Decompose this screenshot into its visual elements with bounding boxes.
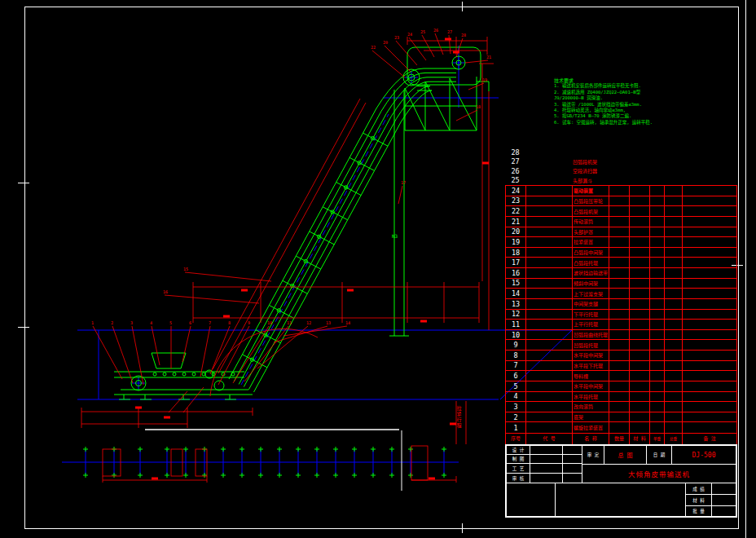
empty-cell [683,361,736,372]
empty-cell [650,196,665,207]
col-remark: 备 注 [683,432,736,444]
empty-cell [630,392,650,403]
callout-number: 16 [163,289,168,294]
table-row: 3改向滚筒 [506,402,736,412]
part-no: 3 [506,402,526,412]
table-row: 15倾斜中间架 [506,279,736,289]
empty-cell [526,289,573,299]
green-label-n3: N3 [392,233,398,239]
empty-cell [650,237,665,248]
part-no: 20 [506,227,526,238]
part-no: 16 [506,268,526,279]
col-unit-weight: 单重 [650,432,665,444]
white-lines [145,430,402,491]
technical-notes: 技术要求 1. 输送机安装后各部件运转应平稳无卡阻.2. 减速机选用 ZQ400… [554,77,692,126]
empty-cell [609,279,630,289]
empty-cell [630,402,650,412]
table-row: 19拉紧装置 [506,237,736,248]
empty-cell [683,351,736,361]
empty-cell [526,217,573,227]
part-name: 凸弧段压带轮 [573,196,609,207]
part-name: 水平段下托辊 [573,361,609,372]
part-no: 11 [506,320,526,330]
empty-cell [665,217,683,227]
empty-cell [526,381,573,392]
part-name: 导料槽 [573,371,609,381]
feed-hopper [152,353,186,368]
empty-cell [665,371,683,381]
table-row-upper: 28 [505,148,736,157]
empty-cell [665,310,683,320]
empty-cell [650,289,665,299]
callout-number: 19 [482,77,487,82]
part-name: 传动滚筒 [573,217,609,227]
empty-cell [630,340,650,351]
callout-number: 9 [248,320,250,325]
callout-number: 21 [486,55,491,60]
empty-cell [650,381,665,392]
callout-number: 2 [111,320,113,325]
empty-cell [526,268,573,279]
part-name: 水平段托辊 [573,392,609,403]
callout-number: 27 [447,29,452,34]
tb-right-cell [711,505,736,517]
callout-number: 4 [150,320,152,325]
table-row: 16波状挡边输送带 [506,268,736,279]
table-row: 11上平行托辊 [506,320,736,330]
callout-number: 15 [183,267,188,271]
empty-cell [650,392,665,403]
empty-cell [526,227,573,238]
empty-cell [609,299,630,310]
empty-cell [630,310,650,320]
empty-cell [683,371,736,381]
callout-number: 14 [345,320,350,325]
part-name: 凹弧段托辊 [573,340,609,351]
part-no: 4 [506,392,526,403]
table-row: 14上下过渡支架 [506,289,736,299]
part-no: 26 [505,167,525,175]
callout-number: 25 [420,29,425,34]
empty-cell [665,392,683,403]
empty-cell [526,402,573,412]
empty-cell [665,268,683,279]
empty-cell [609,258,630,268]
table-row: 21传动滚筒 [506,217,736,227]
empty-cell [650,361,665,372]
empty-cell [630,196,650,207]
part-no: 17 [506,258,526,268]
empty-cell [650,402,665,412]
col-qty: 数量 [609,432,630,444]
tb-stage-label: 总 图 [604,445,647,465]
tb-grade-label: 成 绩 [685,483,712,495]
empty-cell [665,340,683,351]
part-no: 14 [506,289,526,299]
callout-number: 24 [407,32,412,37]
empty-cell [683,310,736,320]
empty-cell [526,258,573,268]
bend-pulley-2 [214,381,224,390]
empty-cell [630,330,650,341]
table-row-upper: 25头部漏斗 [505,176,736,186]
empty-cell [665,330,683,341]
callout-number: 26 [433,28,438,33]
part-name: 改向滚筒 [573,402,609,412]
tb-org-cell [555,483,686,517]
part-no: 7 [506,361,526,372]
empty-cell [630,227,650,238]
part-no: 23 [506,196,526,207]
empty-cell [609,371,630,381]
table-row: 2底架 [506,412,736,423]
empty-cell [609,351,630,361]
callout-number: 17 [401,180,406,185]
empty-cell [630,361,650,372]
col-name: 名 称 [573,432,609,444]
col-total-weight: 总重 [665,432,683,444]
table-row: 13中间架支腿 [506,299,736,310]
empty-cell [650,248,665,258]
empty-cell [665,206,683,217]
vertical-dim-label: 拉紧行程 [455,406,463,429]
empty-cell [683,289,736,299]
part-name: 头部漏斗 [572,177,609,184]
part-no: 22 [506,206,526,217]
tb-date-label: 日 期 [646,445,672,465]
